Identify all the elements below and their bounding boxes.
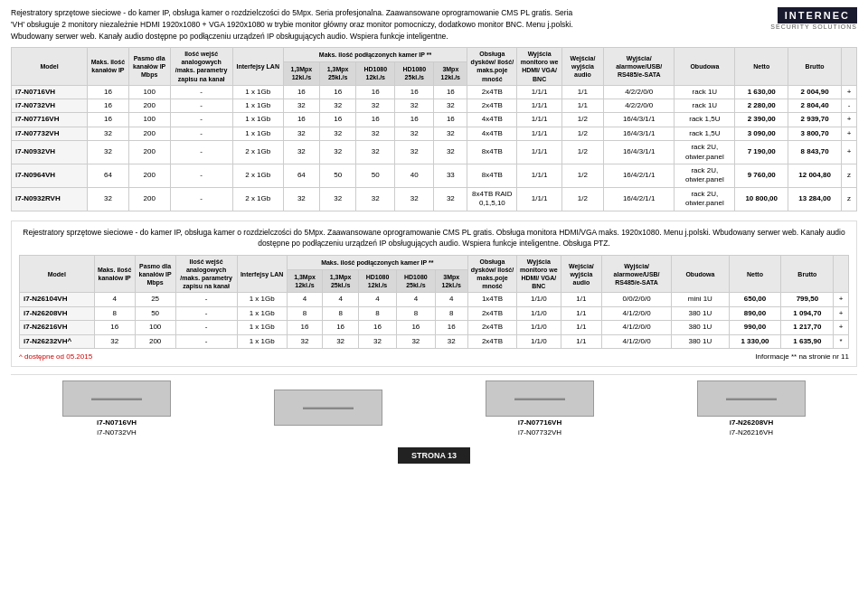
t1-brutto-1: 2 804,40	[788, 99, 842, 113]
t1-interfejs-1: 1 x 1Gb	[232, 99, 283, 113]
t1-maks-2: 16	[88, 113, 129, 127]
section2: Rejestratory sprzętowe sieciowe - do kam…	[11, 221, 857, 367]
t1-hd1080b-2: 16	[395, 113, 434, 127]
product-label-3b: i7-N07732VH	[518, 428, 561, 437]
t1-interfejs-5: 2 x 1Gb	[232, 164, 283, 187]
col-hd1080b-header: HD1080 25kl./s	[395, 61, 434, 85]
table2-col-maks: Maks. ilość kanałów IP	[94, 256, 135, 293]
t2-obsluga-2: 2x4TB	[467, 321, 516, 334]
col-mpx1a-header: 1,3Mpx 12kl./s	[283, 61, 319, 85]
t2-pm-2: +	[834, 321, 849, 334]
t2-interfejs-1: 1 x 1Gb	[237, 306, 287, 320]
t1-hd1080a-3: 32	[356, 127, 395, 140]
t2-mpx1a-2: 16	[287, 321, 323, 334]
table2-col-obudowa: Obudowa	[672, 256, 729, 293]
t2-pasmo-1: 50	[135, 306, 175, 320]
t1-maks-5: 64	[88, 164, 129, 187]
product-img-box-2: ▬▬▬▬▬▬▬	[274, 390, 382, 426]
col-wejscia-header: Wejścia/ wyjścia audio	[561, 48, 603, 85]
table2-row: i7-N26216VH 16 100 - 1 x 1Gb 16 16 16 16…	[20, 321, 849, 334]
t1-maks-3: 32	[88, 127, 129, 140]
t2-model-2: i7-N26216VH	[20, 321, 95, 334]
t2-obsluga-1: 2x4TB	[467, 306, 516, 320]
table2-body: i7-N26104VH 4 25 - 1 x 1Gb 4 4 4 4 4 1x4…	[20, 293, 849, 349]
t1-pm-5: z	[842, 164, 857, 187]
t2-ilosc-1: -	[175, 306, 237, 320]
t1-obudowa-5: rack 2U, otwier.panel	[675, 164, 735, 187]
t1-pasmo-2: 100	[128, 113, 170, 127]
t1-mpx1a-1: 32	[283, 99, 319, 113]
table2-col-obsluga: Obsługa dysków/ ilość/ maks.poje mność	[467, 256, 516, 293]
table2-col-netto: Netto	[729, 256, 781, 293]
t1-wyjscia-monit-6: 1/1/1	[517, 187, 562, 211]
t1-wyjscia-monit-3: 1/1/1	[517, 127, 562, 140]
table1-row: i7-N07732VH 32 200 - 1 x 1Gb 32 32 32 32…	[12, 127, 857, 140]
t1-mpx1a-3: 32	[283, 127, 319, 140]
t1-pm-1: -	[842, 99, 857, 113]
t1-ilosc-6: -	[170, 187, 232, 211]
t1-obsluga-2: 4x4TB	[467, 113, 517, 127]
footer-info: Informacje ** na stronie nr 11	[755, 352, 849, 361]
t2-netto-2: 990,00	[729, 321, 781, 334]
col-model-header: Model	[12, 48, 88, 85]
t2-maks-3: 32	[94, 334, 135, 348]
t1-wyjscia-monit-2: 1/1/1	[517, 113, 562, 127]
table1-row: i7-N0964VH 64 200 - 2 x 1Gb 64 50 50 40 …	[12, 164, 857, 187]
t2-mpx1a-1: 8	[287, 306, 323, 320]
t1-mpx1a-6: 32	[283, 187, 319, 211]
t1-netto-0: 1 630,00	[735, 85, 788, 99]
t1-netto-4: 7 190,00	[735, 141, 788, 164]
col-maks-ilosc-header: Maks. ilość podłączonych kamer IP **	[283, 48, 467, 62]
t2-pm-1: +	[834, 306, 849, 320]
t1-interfejs-4: 2 x 1Gb	[232, 141, 283, 164]
t1-wyjscia-alarm-5: 16/4/2/1/1	[603, 164, 674, 187]
t1-netto-5: 9 760,00	[735, 164, 788, 187]
t1-3mpx-2: 16	[434, 113, 467, 127]
t1-pm-0: +	[842, 85, 857, 99]
t1-model-0: i7-N0716VH	[12, 85, 88, 99]
t1-obsluga-5: 8x4TB	[467, 164, 517, 187]
footer-note: ^ dostępne od 05.2015 Informacje ** na s…	[19, 352, 849, 361]
t1-obudowa-2: rack 1,5U	[675, 113, 735, 127]
t1-3mpx-1: 32	[434, 99, 467, 113]
t2-wyjscia-monit-1: 1/1/0	[517, 306, 561, 320]
t1-netto-2: 2 390,00	[735, 113, 788, 127]
t2-obsluga-3: 2x4TB	[467, 334, 516, 348]
table2-col-3mpx: 3Mpx 12kl./s	[435, 269, 467, 293]
t2-3mpx-0: 4	[435, 293, 467, 306]
t1-3mpx-5: 33	[434, 164, 467, 187]
col-3mpx-header: 3Mpx 12kl./s	[434, 61, 467, 85]
table2-col-mpx1a: 1,3Mpx 12kl./s	[287, 269, 323, 293]
table2-col-wyjscia-alarm: Wyjścia/ alarmowe/USB/ RS485/e-SATA	[602, 256, 672, 293]
t1-obudowa-1: rack 1U	[675, 99, 735, 113]
t1-brutto-5: 12 004,80	[788, 164, 842, 187]
t2-brutto-3: 1 635,90	[781, 334, 834, 348]
t1-ilosc-4: -	[170, 141, 232, 164]
table2-col-brutto: Brutto	[781, 256, 834, 293]
product-label-1b: i7-N0732VH	[97, 428, 137, 437]
col-obudowa-header: Obudowa	[675, 48, 735, 85]
t2-maks-0: 4	[94, 293, 135, 306]
table1-body: i7-N0716VH 16 100 - 1 x 1Gb 16 16 16 16 …	[12, 85, 857, 211]
t2-interfejs-3: 1 x 1Gb	[237, 334, 287, 348]
t1-hd1080a-5: 50	[356, 164, 395, 187]
table1-row: i7-N0932VH 32 200 - 2 x 1Gb 32 32 32 32 …	[12, 141, 857, 164]
t1-obudowa-6: rack 2U, otwier.panel	[675, 187, 735, 211]
t1-wyjscia-alarm-2: 16/4/3/1/1	[603, 113, 674, 127]
table2-row: i7-N26104VH 4 25 - 1 x 1Gb 4 4 4 4 4 1x4…	[20, 293, 849, 306]
col-wyjscia-monit-header: Wyjścia monitoro we HDMI/ VGA/ BNC	[517, 48, 562, 85]
t1-wejscia-4: 1/2	[561, 141, 603, 164]
t2-maks-1: 8	[94, 306, 135, 320]
t1-wejscia-2: 1/2	[561, 113, 603, 127]
t1-mpx1a-5: 64	[283, 164, 319, 187]
table2-col-ilosc: Ilość wejść analogowych /maks. parametry…	[175, 256, 237, 293]
t1-mpx1b-2: 16	[320, 113, 356, 127]
t1-mpx1b-6: 32	[320, 187, 356, 211]
t1-wyjscia-alarm-3: 16/4/3/1/1	[603, 127, 674, 140]
table2-col-wyjscia-monit: Wyjścia monitoro we HDMI/ VGA/ BNC	[517, 256, 561, 293]
t2-mpx1b-0: 4	[323, 293, 359, 306]
table1-row: i7-N0716VH 16 100 - 1 x 1Gb 16 16 16 16 …	[12, 85, 857, 99]
t2-ilosc-2: -	[175, 321, 237, 334]
t1-maks-1: 16	[88, 99, 129, 113]
product-img-2: ▬▬▬▬▬▬▬	[274, 390, 382, 427]
